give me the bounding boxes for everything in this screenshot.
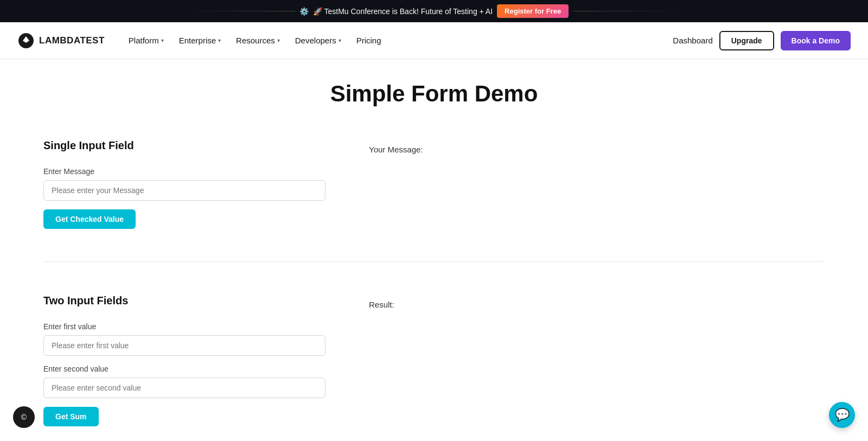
- message-input[interactable]: [43, 180, 326, 201]
- main-content: Simple Form Demo Single Input Field Ente…: [0, 59, 868, 441]
- first-value-label: Enter first value: [43, 322, 326, 331]
- nav-item-resources[interactable]: Resources ▾: [229, 31, 286, 49]
- bottom-left-icon[interactable]: ©: [13, 406, 35, 428]
- co-icon: ©: [21, 413, 27, 421]
- nav-item-pricing[interactable]: Pricing: [350, 31, 388, 49]
- two-input-section-title: Two Input Fields: [43, 295, 326, 307]
- banner-text: 🚀 TestMu Conference is Back! Future of T…: [313, 7, 493, 16]
- nav-links: Platform ▾ Enterprise ▾ Resources ▾ Deve…: [122, 31, 673, 49]
- section-divider: [43, 261, 825, 262]
- register-button[interactable]: Register for Free: [497, 4, 569, 18]
- banner-line-right: [573, 11, 681, 11]
- chevron-down-icon: ▾: [161, 37, 164, 43]
- second-value-input[interactable]: [43, 378, 326, 398]
- chevron-down-icon: ▾: [339, 37, 341, 43]
- logo-icon: [17, 32, 35, 49]
- upgrade-button[interactable]: Upgrade: [719, 31, 774, 50]
- single-input-section-title: Single Input Field: [43, 139, 326, 152]
- page-title: Simple Form Demo: [0, 81, 868, 107]
- navbar: LAMBDATEST Platform ▾ Enterprise ▾ Resou…: [0, 22, 868, 59]
- message-field-label: Enter Message: [43, 167, 326, 176]
- chevron-down-icon: ▾: [277, 37, 280, 43]
- two-input-section: Two Input Fields Enter first value Enter…: [0, 295, 868, 426]
- nav-item-developers[interactable]: Developers ▾: [289, 31, 348, 49]
- your-message-label: Your Message:: [369, 145, 423, 154]
- two-input-right: Result:: [369, 295, 825, 426]
- get-sum-button[interactable]: Get Sum: [43, 407, 99, 426]
- chat-bubble[interactable]: 💬: [829, 402, 855, 428]
- single-input-section: Single Input Field Enter Message Get Che…: [0, 139, 868, 229]
- book-demo-button[interactable]: Book a Demo: [781, 31, 851, 50]
- single-input-right: Your Message:: [369, 139, 825, 229]
- single-input-left: Single Input Field Enter Message Get Che…: [43, 139, 326, 229]
- result-label: Result:: [369, 300, 394, 309]
- banner-line-left: [187, 11, 295, 11]
- chat-icon: 💬: [835, 408, 850, 422]
- nav-right: Dashboard Upgrade Book a Demo: [673, 31, 851, 50]
- get-checked-value-button[interactable]: Get Checked Value: [43, 209, 136, 229]
- logo[interactable]: LAMBDATEST: [17, 32, 105, 49]
- two-input-left: Two Input Fields Enter first value Enter…: [43, 295, 326, 426]
- second-value-label: Enter second value: [43, 365, 326, 373]
- banner-icon: ⚙️: [299, 7, 309, 16]
- first-value-input[interactable]: [43, 335, 326, 356]
- top-banner: ⚙️ 🚀 TestMu Conference is Back! Future o…: [0, 0, 868, 22]
- chevron-down-icon: ▾: [218, 37, 221, 43]
- logo-text: LAMBDATEST: [39, 35, 105, 46]
- dashboard-link[interactable]: Dashboard: [673, 36, 712, 45]
- nav-item-enterprise[interactable]: Enterprise ▾: [173, 31, 227, 49]
- nav-item-platform[interactable]: Platform ▾: [122, 31, 170, 49]
